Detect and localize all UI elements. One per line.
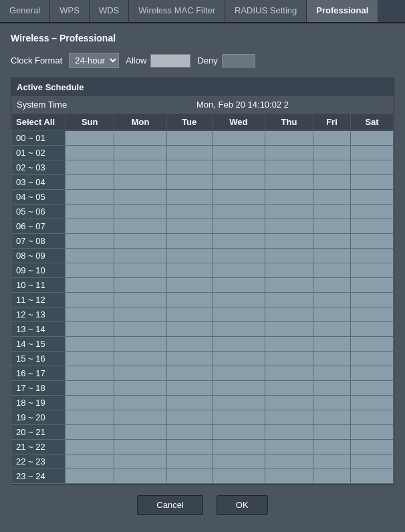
schedule-cell[interactable]: [166, 469, 212, 484]
schedule-cell[interactable]: [166, 410, 212, 425]
schedule-cell[interactable]: [313, 381, 350, 396]
schedule-cell[interactable]: [114, 454, 166, 469]
schedule-cell[interactable]: [166, 249, 212, 263]
schedule-cell[interactable]: [114, 322, 166, 337]
schedule-cell[interactable]: [212, 366, 265, 381]
schedule-cell[interactable]: [114, 263, 166, 278]
schedule-cell[interactable]: [65, 469, 114, 484]
schedule-cell[interactable]: [65, 337, 114, 352]
schedule-cell[interactable]: [351, 131, 394, 146]
schedule-cell[interactable]: [65, 307, 114, 322]
schedule-cell[interactable]: [313, 278, 350, 293]
schedule-cell[interactable]: [212, 440, 265, 454]
schedule-cell[interactable]: [65, 352, 114, 366]
schedule-cell[interactable]: [212, 337, 265, 352]
schedule-cell[interactable]: [65, 440, 114, 454]
clock-format-select[interactable]: 24-hour 12-hour: [69, 53, 119, 68]
schedule-cell[interactable]: [166, 425, 212, 440]
col-select-all[interactable]: Select All: [12, 114, 65, 131]
schedule-cell[interactable]: [212, 352, 265, 366]
schedule-cell[interactable]: [351, 322, 394, 337]
schedule-cell[interactable]: [166, 307, 212, 322]
schedule-cell[interactable]: [351, 175, 394, 190]
schedule-cell[interactable]: [166, 219, 212, 234]
schedule-cell[interactable]: [166, 175, 212, 190]
schedule-cell[interactable]: [212, 410, 265, 425]
schedule-cell[interactable]: [313, 454, 350, 469]
schedule-cell[interactable]: [114, 366, 166, 381]
schedule-cell[interactable]: [313, 131, 350, 146]
schedule-cell[interactable]: [351, 469, 394, 484]
schedule-cell[interactable]: [212, 293, 265, 307]
schedule-cell[interactable]: [351, 278, 394, 293]
schedule-cell[interactable]: [65, 381, 114, 396]
schedule-cell[interactable]: [313, 205, 350, 219]
schedule-cell[interactable]: [114, 352, 166, 366]
schedule-cell[interactable]: [114, 175, 166, 190]
schedule-cell[interactable]: [351, 205, 394, 219]
schedule-cell[interactable]: [114, 293, 166, 307]
schedule-cell[interactable]: [114, 205, 166, 219]
schedule-cell[interactable]: [313, 160, 350, 175]
schedule-cell[interactable]: [65, 410, 114, 425]
schedule-cell[interactable]: [212, 219, 265, 234]
schedule-cell[interactable]: [166, 205, 212, 219]
schedule-cell[interactable]: [166, 322, 212, 337]
col-fri[interactable]: Fri: [313, 114, 350, 131]
tab-professional[interactable]: Professional: [307, 0, 378, 22]
col-mon[interactable]: Mon: [114, 114, 166, 131]
schedule-cell[interactable]: [166, 454, 212, 469]
schedule-cell[interactable]: [265, 146, 313, 160]
schedule-cell[interactable]: [212, 160, 265, 175]
deny-input[interactable]: [222, 54, 255, 68]
schedule-cell[interactable]: [313, 322, 350, 337]
schedule-cell[interactable]: [265, 396, 313, 410]
schedule-cell[interactable]: [212, 234, 265, 249]
schedule-cell[interactable]: [265, 175, 313, 190]
schedule-cell[interactable]: [265, 322, 313, 337]
schedule-cell[interactable]: [114, 160, 166, 175]
schedule-cell[interactable]: [114, 410, 166, 425]
schedule-cell[interactable]: [313, 234, 350, 249]
schedule-cell[interactable]: [166, 146, 212, 160]
schedule-cell[interactable]: [351, 381, 394, 396]
schedule-cell[interactable]: [166, 352, 212, 366]
schedule-cell[interactable]: [265, 337, 313, 352]
schedule-cell[interactable]: [351, 234, 394, 249]
schedule-cell[interactable]: [313, 249, 350, 263]
schedule-cell[interactable]: [212, 381, 265, 396]
schedule-cell[interactable]: [65, 249, 114, 263]
schedule-cell[interactable]: [114, 337, 166, 352]
schedule-cell[interactable]: [166, 234, 212, 249]
schedule-cell[interactable]: [65, 190, 114, 205]
schedule-cell[interactable]: [65, 396, 114, 410]
col-thu[interactable]: Thu: [265, 114, 313, 131]
schedule-cell[interactable]: [212, 190, 265, 205]
schedule-cell[interactable]: [166, 278, 212, 293]
schedule-cell[interactable]: [265, 190, 313, 205]
schedule-cell[interactable]: [351, 410, 394, 425]
schedule-cell[interactable]: [65, 234, 114, 249]
schedule-cell[interactable]: [166, 440, 212, 454]
schedule-cell[interactable]: [351, 160, 394, 175]
schedule-cell[interactable]: [351, 366, 394, 381]
schedule-cell[interactable]: [313, 175, 350, 190]
schedule-cell[interactable]: [166, 293, 212, 307]
schedule-cell[interactable]: [351, 352, 394, 366]
schedule-cell[interactable]: [65, 366, 114, 381]
schedule-cell[interactable]: [313, 440, 350, 454]
schedule-cell[interactable]: [65, 425, 114, 440]
schedule-cell[interactable]: [212, 263, 265, 278]
schedule-cell[interactable]: [212, 146, 265, 160]
schedule-cell[interactable]: [65, 454, 114, 469]
schedule-cell[interactable]: [313, 307, 350, 322]
schedule-cell[interactable]: [313, 410, 350, 425]
schedule-cell[interactable]: [313, 425, 350, 440]
schedule-cell[interactable]: [265, 440, 313, 454]
schedule-cell[interactable]: [265, 307, 313, 322]
schedule-cell[interactable]: [65, 322, 114, 337]
schedule-cell[interactable]: [212, 131, 265, 146]
schedule-cell[interactable]: [351, 454, 394, 469]
schedule-cell[interactable]: [166, 366, 212, 381]
schedule-cell[interactable]: [313, 190, 350, 205]
